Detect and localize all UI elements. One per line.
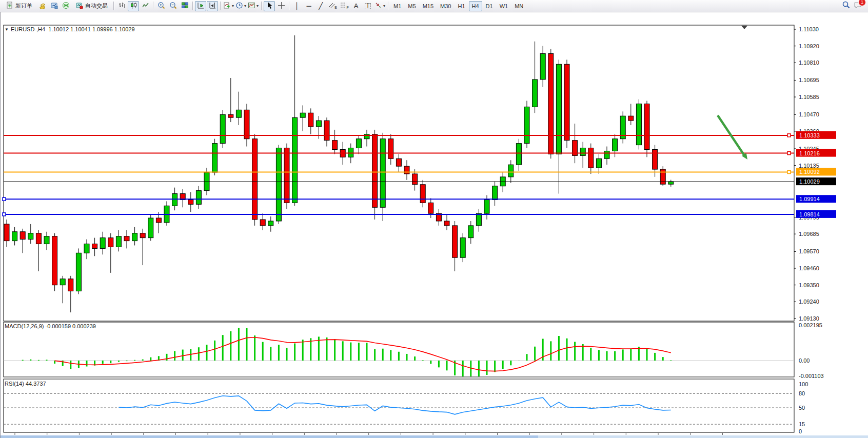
horizontal-line-1.10092[interactable]: 1.10092 — [4, 168, 836, 175]
svg-text:1.10920: 1.10920 — [799, 43, 819, 49]
scrollbar-thumb[interactable] — [1, 435, 538, 438]
svg-text:1.09914: 1.09914 — [799, 196, 820, 202]
channel-letter: E — [334, 6, 337, 9]
bull-candle — [12, 232, 17, 241]
bull-candle — [532, 79, 538, 107]
tab-timeframe-H4[interactable]: H4 — [469, 1, 482, 11]
macd-histogram — [23, 328, 671, 376]
svg-text:1.09570: 1.09570 — [799, 248, 819, 254]
periods-dropdown[interactable]: ▾ — [235, 1, 247, 11]
bull-candle — [316, 121, 321, 127]
rsi-axis: 1008050150 — [799, 381, 808, 434]
symbol-dropdown-icon: ▼ — [5, 27, 9, 32]
bear-candle — [412, 174, 418, 185]
line-handle[interactable] — [787, 170, 791, 173]
autotrading-button[interactable]: 自动交易 — [72, 1, 111, 11]
line-handle[interactable] — [3, 197, 6, 201]
svg-text:15: 15 — [799, 421, 805, 427]
trendline-icon: ╱ — [319, 3, 323, 9]
signals-button[interactable] — [60, 1, 71, 11]
macd-axis: 0.0021950.00-0.001103 — [799, 322, 824, 379]
bear-candle — [444, 221, 449, 226]
bar-chart-button[interactable] — [116, 1, 127, 11]
tab-timeframe-MN[interactable]: MN — [511, 1, 526, 11]
zoom-in-button[interactable] — [155, 1, 167, 11]
svg-text:1.11030: 1.11030 — [799, 26, 819, 32]
horizontal-line-1.10029[interactable]: 1.10029 — [4, 177, 836, 185]
cursor-icon — [266, 2, 273, 10]
candlestick-chart-button[interactable] — [128, 1, 139, 11]
horizontal-line-1.10333[interactable]: 1.10333 — [4, 131, 836, 139]
bull-candle — [348, 148, 353, 157]
templates-dropdown[interactable]: ▾ — [247, 1, 259, 11]
chart-shift-button[interactable] — [207, 1, 218, 11]
terminal-button[interactable] — [48, 1, 60, 11]
hline-icon: ─ — [306, 3, 311, 9]
line-handle[interactable] — [787, 134, 791, 137]
notifications-button[interactable]: 1 — [854, 1, 863, 11]
bear-candle — [252, 139, 258, 220]
bear-candle — [188, 200, 193, 204]
horizontal-line-1.10216[interactable]: 1.10216 — [4, 149, 836, 157]
line-handle[interactable] — [787, 152, 791, 155]
bull-candle — [148, 218, 153, 238]
bear-candle — [140, 233, 145, 238]
tile-windows-button[interactable] — [179, 1, 190, 11]
bear-candle — [308, 113, 313, 127]
svg-text:1.09460: 1.09460 — [799, 265, 819, 271]
candles-layer — [4, 35, 674, 312]
svg-text:1.10585: 1.10585 — [799, 94, 819, 100]
label-tool-button[interactable]: T — [362, 1, 373, 11]
separator — [153, 2, 153, 10]
dropdown-caret-icon: ▾ — [257, 4, 259, 8]
tab-timeframe-M30[interactable]: M30 — [437, 1, 454, 11]
crosshair-tool-button[interactable] — [275, 1, 287, 11]
svg-text:1.10470: 1.10470 — [799, 111, 819, 117]
tab-timeframe-H1[interactable]: H1 — [455, 1, 468, 11]
fibonacci-tool-button[interactable]: F — [339, 1, 350, 11]
svg-text:1.09130: 1.09130 — [799, 315, 819, 322]
indicators-dropdown[interactable]: ▾ — [223, 1, 234, 11]
bull-candle — [116, 236, 121, 247]
bear-candle — [420, 185, 425, 203]
zoom-out-button[interactable] — [167, 1, 179, 11]
tile-windows-icon — [181, 2, 189, 10]
horizontal-line-1.09814[interactable]: 1.09814 — [3, 210, 836, 218]
chart-shift-marker[interactable] — [741, 26, 747, 29]
tab-timeframe-M15[interactable]: M15 — [420, 1, 437, 11]
text-tool-button[interactable]: A — [350, 1, 362, 11]
bull-candle — [100, 238, 105, 249]
tab-timeframe-M1[interactable]: M1 — [390, 1, 404, 11]
chart-canvas[interactable]: 1.110301.109201.108101.106951.105851.104… — [1, 24, 868, 438]
bull-candle — [292, 117, 298, 203]
hline-tool-button[interactable]: ─ — [303, 1, 314, 11]
vline-tool-button[interactable]: │ — [291, 1, 303, 11]
line-chart-button[interactable] — [140, 1, 151, 11]
templates-icon — [248, 2, 255, 10]
channel-tool-button[interactable]: E — [327, 1, 338, 11]
bull-candle — [516, 144, 521, 165]
svg-text:1.10333: 1.10333 — [799, 132, 820, 138]
bear-candle — [284, 148, 289, 203]
svg-text:100: 100 — [799, 381, 808, 387]
new-order-button[interactable]: 新订单 — [2, 1, 36, 11]
search-icon[interactable] — [842, 1, 851, 11]
auto-scroll-button[interactable] — [195, 1, 206, 11]
horizontal-scrollbar[interactable] — [1, 435, 868, 438]
arrows-tool-dropdown[interactable]: ▾ — [374, 1, 386, 11]
bear-candle — [68, 279, 73, 291]
line-chart-icon — [142, 2, 149, 10]
trendline-tool-button[interactable]: ╱ — [315, 1, 326, 11]
cursor-tool-button[interactable] — [264, 1, 275, 11]
tab-timeframe-D1[interactable]: D1 — [483, 1, 496, 11]
zoom-out-icon — [169, 2, 177, 10]
bear-candle — [644, 104, 649, 149]
tab-timeframe-W1[interactable]: W1 — [497, 1, 511, 11]
indicators-icon — [223, 2, 231, 10]
tab-timeframe-M5[interactable]: M5 — [405, 1, 419, 11]
svg-text:0.00: 0.00 — [799, 357, 810, 364]
market-watch-button[interactable] — [36, 1, 48, 11]
horizontal-line-1.09914[interactable]: 1.09914 — [3, 195, 836, 203]
line-handle[interactable] — [3, 213, 6, 216]
symbol-period-label: EURUSD-,H4 — [11, 26, 45, 32]
